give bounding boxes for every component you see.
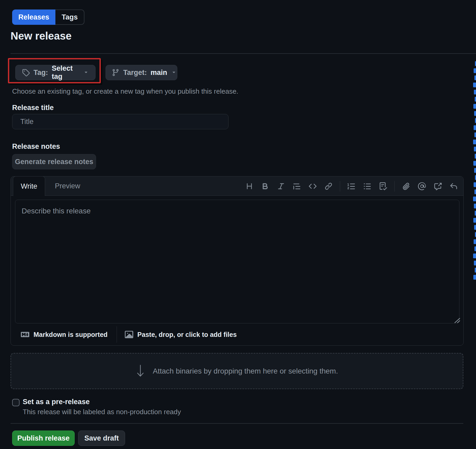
release-description-textarea[interactable] bbox=[15, 200, 459, 323]
code-icon[interactable] bbox=[308, 182, 317, 191]
new-release-page: Releases Tags New release Tag: Select ta… bbox=[0, 0, 476, 449]
tab-write[interactable]: Write bbox=[13, 176, 45, 196]
tab-preview[interactable]: Preview bbox=[48, 176, 87, 196]
cross-reference-icon[interactable] bbox=[433, 182, 442, 191]
bold-icon[interactable] bbox=[261, 182, 270, 191]
chevron-down-icon bbox=[171, 69, 177, 77]
italic-icon[interactable] bbox=[277, 182, 285, 191]
release-title-input[interactable] bbox=[12, 114, 229, 129]
attach-files-button[interactable]: Paste, drop, or click to add files bbox=[125, 330, 237, 339]
header-divider bbox=[11, 53, 476, 54]
publish-release-button[interactable]: Publish release bbox=[12, 431, 75, 446]
tab-releases[interactable]: Releases bbox=[12, 9, 55, 25]
markdown-supported-link[interactable]: Markdown is supported bbox=[21, 330, 108, 339]
mention-icon[interactable] bbox=[417, 182, 426, 191]
save-draft-button[interactable]: Save draft bbox=[78, 431, 125, 446]
release-notes-label: Release notes bbox=[12, 142, 60, 151]
link-icon[interactable] bbox=[324, 182, 333, 191]
releases-tags-switcher: Releases Tags bbox=[12, 9, 84, 25]
binaries-dropzone[interactable]: Attach binaries by dropping them here or… bbox=[11, 353, 463, 389]
prerelease-label[interactable]: Set as a pre-release bbox=[23, 398, 90, 406]
toolbar-separator bbox=[394, 181, 395, 192]
dropzone-text: Attach binaries by dropping them here or… bbox=[153, 367, 338, 375]
reply-icon[interactable] bbox=[449, 182, 458, 191]
target-selected-value: main bbox=[151, 69, 167, 77]
task-list-icon[interactable] bbox=[379, 182, 388, 191]
toolbar-separator bbox=[340, 181, 340, 192]
generate-release-notes-button[interactable]: Generate release notes bbox=[12, 154, 96, 169]
heading-icon[interactable] bbox=[245, 182, 254, 191]
markdown-toolbar bbox=[245, 176, 458, 196]
page-title: New release bbox=[11, 30, 72, 42]
quote-icon[interactable] bbox=[292, 182, 301, 191]
bullet-list-icon[interactable] bbox=[363, 182, 372, 191]
git-branch-icon bbox=[112, 68, 120, 77]
paperclip-icon[interactable] bbox=[402, 182, 411, 191]
prerelease-description: This release will be labeled as non-prod… bbox=[23, 408, 181, 416]
target-prefix-label: Target: bbox=[123, 69, 147, 77]
image-icon bbox=[125, 330, 133, 339]
numbered-list-icon[interactable] bbox=[347, 182, 356, 191]
tag-prefix-label: Tag: bbox=[34, 69, 48, 77]
tag-icon bbox=[22, 68, 30, 77]
actions-divider bbox=[11, 423, 463, 424]
prerelease-checkbox[interactable] bbox=[12, 399, 20, 406]
download-arrow-icon bbox=[136, 364, 145, 378]
tag-selected-value: Select tag bbox=[52, 64, 79, 81]
tag-help-text: Choose an existing tag, or create a new … bbox=[12, 87, 238, 95]
target-branch-dropdown[interactable]: Target: main bbox=[106, 65, 177, 80]
tab-tags[interactable]: Tags bbox=[55, 9, 84, 25]
release-notes-editor: Write Preview Markdown is s bbox=[11, 176, 464, 346]
editor-footer: Markdown is supported Paste, drop, or cl… bbox=[11, 323, 463, 346]
footer-separator bbox=[117, 326, 117, 343]
release-title-label: Release title bbox=[12, 104, 54, 112]
tag-select-dropdown[interactable]: Tag: Select tag bbox=[15, 65, 96, 80]
chevron-down-icon bbox=[83, 69, 89, 77]
markdown-icon bbox=[21, 330, 29, 339]
